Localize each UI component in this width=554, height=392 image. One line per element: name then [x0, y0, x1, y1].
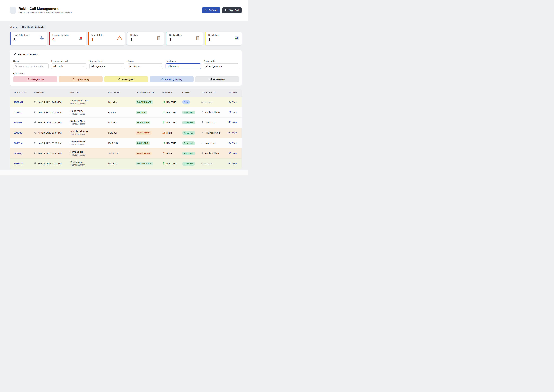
warning-triangle-icon [162, 131, 165, 134]
clock-icon [34, 111, 36, 114]
clock-icon [34, 162, 36, 165]
check-circle-icon [209, 78, 212, 81]
datetime-value: Nov 18, 2025, 08:31 PM [38, 162, 62, 165]
chevron-down-icon [235, 65, 237, 68]
quick-view-unresolved[interactable]: Unresolved [195, 76, 239, 82]
table-row: ZUXBGK Nov 18, 2025, 08:31 PM Paul Newma… [10, 158, 242, 169]
caller-phone: +440123456789 [70, 154, 108, 156]
person-icon [201, 111, 204, 114]
emergency-level-label: Emergency Level [51, 60, 87, 62]
stat-card-emergency-calls: Emergency Calls 0 [49, 32, 86, 45]
view-button[interactable]: View [229, 152, 237, 155]
emergency-level-badge: ROUTINE CARE [136, 100, 153, 104]
incident-id-link[interactable]: ZUXBGK [14, 162, 23, 165]
urgency-value: ROUTINE [166, 121, 176, 124]
eye-icon [229, 100, 231, 104]
view-button[interactable]: View [229, 121, 237, 124]
timeframe-select[interactable]: This Month [166, 63, 201, 69]
table-row: SA2DRI Nov 19, 2025, 12:42 PM Kimberly C… [10, 117, 242, 128]
person-icon [201, 152, 204, 155]
stat-card-urgent-calls: Urgent Calls 1 [88, 32, 125, 45]
check-circle-icon [162, 111, 165, 114]
emergency-level-badge: REGULATORY [136, 131, 151, 134]
urgency-level-select[interactable]: All Urgencies [89, 63, 125, 69]
check-circle-icon [162, 162, 165, 165]
datetime-value: Nov 19, 2025, 11:39 AM [38, 142, 61, 144]
assigned-to-label: Assigned To [204, 60, 239, 62]
sign-out-button[interactable]: Sign Out [222, 7, 242, 14]
table-row: 65SNZH Nov 19, 2025, 01:23 PM Laura Ashl… [10, 107, 242, 117]
assigned-to-value: Unassigned [201, 162, 213, 165]
post-code-value: SE03 2LK [108, 152, 136, 155]
page-subtitle: Monitor and manage inbound calls from Ro… [19, 12, 72, 14]
view-button[interactable]: View [229, 100, 237, 104]
view-button[interactable]: View [229, 111, 237, 114]
datetime-value: Nov 19, 2025, 12:04 PM [38, 132, 62, 134]
warning-triangle-icon [72, 78, 74, 81]
urgency-value: ROUTINE [166, 142, 176, 144]
assigned-to-value: Rnbin Williams [205, 152, 220, 155]
caller-name: Kimberly Clarke [70, 120, 108, 122]
caller-phone: +440123456789 [70, 113, 108, 115]
caller-name: Larissa Madivama [70, 99, 108, 102]
table-header: INCIDENT ID DATE/TIME CALLER POST CODE E… [10, 89, 242, 97]
assigned-to-select[interactable]: All Assignments [204, 63, 239, 69]
clipboard-icon [195, 36, 200, 41]
quick-view-recent-2-hours-[interactable]: Recent (2 hours) [150, 76, 194, 82]
col-post-code: POST CODE [108, 92, 136, 94]
view-button[interactable]: View [229, 141, 237, 145]
status-select[interactable]: All Statuses [128, 63, 163, 69]
caller-name: Johnny Walker [70, 140, 108, 143]
warning-triangle-icon [162, 152, 165, 155]
emergency-level-select[interactable]: All Levels [51, 63, 87, 69]
incident-id-link[interactable]: AK390Q [14, 152, 22, 155]
search-input[interactable] [13, 63, 49, 69]
incident-id-link[interactable]: JXJB1M [14, 142, 22, 144]
eye-icon [229, 152, 231, 155]
person-icon [201, 131, 204, 134]
table-row: 56GU3U Nov 19, 2025, 12:04 PM Antonia De… [10, 128, 242, 138]
post-code-value: BR7 4LN [108, 101, 136, 103]
view-button[interactable]: View [229, 162, 237, 165]
chevron-down-icon [121, 65, 123, 68]
stat-card-regulatory: Regulatory 1 [205, 32, 242, 45]
post-code-value: RM3 2HB [108, 142, 136, 144]
quick-view-unassigned[interactable]: Unassigned [104, 76, 148, 82]
assigned-to-value: Jane Lnve [205, 142, 215, 144]
incident-id-link[interactable]: 1O0AMK [14, 101, 23, 103]
table-row: 1O0AMK Nov 19, 2025, 04:35 PM Larissa Ma… [10, 97, 242, 107]
eye-icon [229, 162, 231, 165]
datetime-value: Nov 19, 2025, 04:35 PM [38, 101, 62, 103]
timeframe-label: Timeframe [166, 60, 201, 62]
viewing-value-badge: This Month - 242 calls [20, 25, 46, 29]
brand: Robin Call Management Monitor and manage… [10, 7, 72, 14]
quick-view-urgent-today[interactable]: Urgent Today [59, 76, 103, 82]
user-x-icon [118, 78, 121, 81]
incident-id-link[interactable]: 65SNZH [14, 111, 22, 113]
caller-phone: +440123456789 [70, 164, 108, 166]
stat-card-routine-care: Routine Care 1 [166, 32, 202, 45]
incident-id-link[interactable]: 56GU3U [14, 132, 22, 134]
post-code-value: PK2 HLG [108, 162, 136, 165]
stat-card-total-calls-today: Total Calls Today 5 [10, 32, 47, 45]
status-badge: Resolved [182, 131, 195, 135]
refresh-button[interactable]: Refresh [202, 7, 220, 14]
calls-table: INCIDENT ID DATE/TIME CALLER POST CODE E… [10, 89, 242, 169]
chevron-down-icon [159, 65, 161, 68]
incident-id-link[interactable]: SA2DRI [14, 121, 22, 124]
caller-phone: +440123456789 [70, 123, 108, 125]
emergency-level-badge: ROUTINE CARE [136, 162, 153, 165]
post-code-value: LK2 9SX [108, 121, 136, 124]
refresh-icon [205, 9, 208, 12]
bar-chart-icon [234, 36, 239, 41]
check-circle-icon [162, 121, 165, 124]
caller-name: Elizabeth Hill [70, 151, 108, 153]
col-assigned-to: ASSIGNED TO [201, 92, 229, 94]
caller-name: Laura Ashley [70, 110, 108, 112]
check-circle-icon [162, 141, 165, 145]
quick-view-emergencies[interactable]: Emergencies [13, 76, 57, 82]
warning-triangle-icon [117, 36, 122, 41]
stats-row: Total Calls Today 5 Emergency Calls 0 Ur… [10, 32, 242, 45]
col-emergency-level: EMERGENCY LEVEL [136, 92, 162, 94]
view-button[interactable]: View [229, 131, 237, 134]
